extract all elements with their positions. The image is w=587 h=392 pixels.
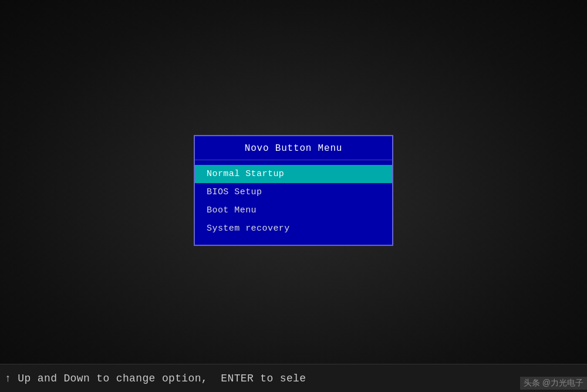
bios-menu-item-0[interactable]: Normal Startup xyxy=(195,165,392,183)
bios-menu-item-1[interactable]: BIOS Setup xyxy=(195,183,392,201)
status-text: ↑ Up and Down to change option, ENTER to… xyxy=(5,373,306,384)
watermark: 头条 @力光电子 xyxy=(520,377,587,390)
bios-dialog: Novo Button Menu Normal StartupBIOS Setu… xyxy=(194,135,393,246)
bios-dialog-title: Novo Button Menu xyxy=(195,136,392,160)
bios-menu-item-2[interactable]: Boot Menu xyxy=(195,201,392,219)
status-bar: ↑ Up and Down to change option, ENTER to… xyxy=(0,364,587,392)
bios-menu: Normal StartupBIOS SetupBoot MenuSystem … xyxy=(195,160,392,245)
bios-menu-item-3[interactable]: System recovery xyxy=(195,219,392,238)
